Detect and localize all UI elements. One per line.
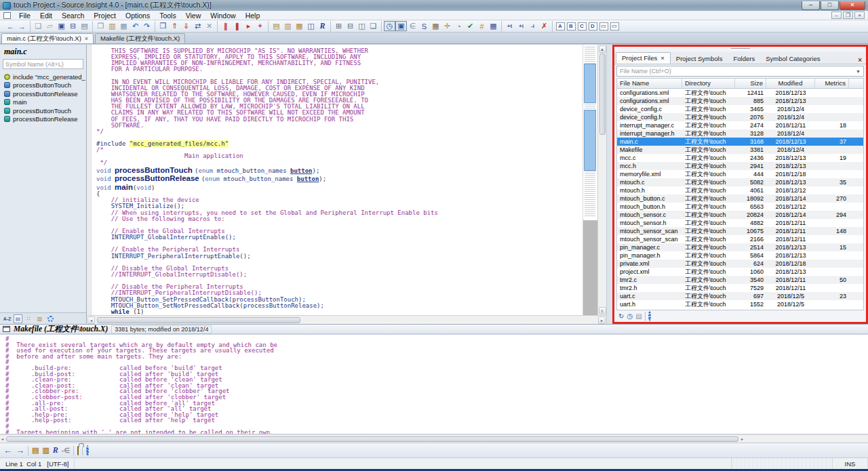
tile-grid-icon[interactable]: ⊞ — [333, 21, 344, 31]
table-row[interactable]: mtouch.h工程文件\touch40612018/12/12 — [617, 186, 863, 194]
panel-tab-project-symbols[interactable]: Project Symbols — [671, 54, 728, 64]
column-header-metrics[interactable]: Metrics — [815, 79, 849, 88]
flag-icon[interactable]: ❚ — [220, 21, 231, 31]
scroll-right-icon[interactable]: ▸ — [598, 316, 606, 324]
editor-minimap[interactable] — [583, 45, 597, 315]
symbol-list-item[interactable]: processButtonTouch — [4, 106, 86, 115]
column-header-file-name[interactable]: File Name — [617, 79, 682, 88]
file-detail-icon[interactable]: ▤ — [635, 312, 642, 320]
remove-symbol-icon[interactable]: ∈ — [407, 21, 418, 31]
table-row[interactable]: mtouch_button.h工程文件\touch65632018/12/12 — [617, 203, 863, 211]
hscroll-thumb[interactable] — [97, 317, 300, 323]
panel-drag-grip[interactable] — [614, 47, 866, 52]
table-row[interactable]: mcc.c工程文件\touch24362018/12/1319 — [617, 154, 863, 162]
menu-view[interactable]: View — [181, 12, 206, 20]
check-in-icon[interactable]: ⇓ — [180, 21, 192, 31]
table-row[interactable]: mtouch.c工程文件\touch50822018/12/1335 — [617, 178, 863, 186]
recent-files-icon[interactable]: ◷ — [627, 312, 633, 320]
table-row[interactable]: mtouch_sensor.h工程文件\touch48822018/12/11 — [617, 219, 863, 227]
bookmark-jump-icon[interactable]: ▸ — [243, 21, 254, 31]
table-row[interactable]: project.xml工程文件\touch10602018/12/13 — [617, 268, 863, 276]
table-row[interactable]: interrupt_manager.h工程文件\touch31282018/12… — [617, 129, 863, 138]
column-header-size[interactable]: Size — [735, 79, 766, 88]
line-remove-icon[interactable]: -i — [527, 21, 538, 31]
reference-icon[interactable]: R — [53, 445, 58, 455]
table-row[interactable]: device_config.h工程文件\touch20762018/12/4 — [617, 113, 863, 121]
grid-header[interactable]: File NameDirectorySizeModifiedMetrics — [617, 79, 863, 89]
tab-main-c[interactable]: main.c (工程文件\touch.X)× — [1, 33, 94, 43]
table-row[interactable]: pin_manager.h工程文件\touch58642018/12/13 — [617, 251, 863, 260]
close-button[interactable]: × — [840, 1, 865, 10]
lock-icon[interactable] — [77, 447, 79, 455]
tab-close-icon[interactable]: × — [660, 54, 665, 62]
bottom-hscroll-thumb[interactable] — [6, 436, 738, 442]
style-c-icon[interactable]: C — [578, 22, 587, 30]
table-row[interactable]: uart.h工程文件\touch15522018/12/5 — [617, 300, 863, 308]
table-row[interactable]: configurations.xml工程文件\touch8852018/12/1… — [617, 97, 863, 105]
delete-lines-icon[interactable]: ✗ — [538, 21, 550, 31]
scroll-right-icon[interactable]: ▸ — [741, 436, 743, 441]
favorites-icon[interactable]: ✦ — [254, 21, 266, 31]
class-view-icon[interactable]: ◫ — [305, 21, 317, 31]
style-b-icon[interactable]: B — [567, 22, 576, 30]
panel-splitter[interactable] — [606, 45, 612, 324]
table-row[interactable]: mtouch_sensor_scan工程文件\touch21662018/12/… — [617, 235, 863, 243]
breakpoint-icon[interactable]: ❚ — [231, 21, 243, 31]
undo-icon[interactable]: ↶ — [130, 21, 141, 31]
editor-vscrollbar[interactable]: ▲ ≡ — [597, 45, 606, 315]
table-row[interactable]: main.c工程文件\touch31682018/12/1337 — [617, 138, 863, 146]
maximize-button[interactable]: □ — [821, 1, 839, 10]
table-row[interactable]: pin_manager.c工程文件\touch25142018/12/1315 — [617, 243, 863, 251]
table-row[interactable]: tmr2.h工程文件\touch75292018/12/11 — [617, 284, 863, 292]
table-row[interactable]: private.xml工程文件\touch6242018/12/18 — [617, 260, 863, 268]
style-doc-1-icon[interactable]: ▭ — [599, 22, 608, 30]
panel-close-icon[interactable]: × — [855, 56, 865, 64]
tile-vertical-icon[interactable]: ◫ — [356, 21, 368, 31]
column-header-directory[interactable]: Directory — [682, 79, 735, 88]
menu-help[interactable]: Help — [241, 12, 265, 20]
clip-win-icon[interactable]: ◔ — [453, 21, 465, 31]
table-view-icon[interactable]: ▦ — [488, 21, 499, 31]
book-view-icon[interactable]: ▥ — [35, 314, 44, 323]
open-book-icon[interactable]: ▥ — [42, 446, 49, 455]
line-add-icon[interactable]: +i — [515, 21, 527, 31]
menu-options[interactable]: Options — [121, 12, 155, 20]
makefile-editor[interactable]: ## There exist several targets which are… — [0, 335, 868, 434]
document-icon[interactable] — [3, 12, 11, 19]
group-view-icon[interactable]: ∷ — [24, 314, 33, 323]
minimize-button[interactable]: – — [802, 1, 820, 10]
compare-files-icon[interactable]: ✕ — [203, 21, 215, 31]
new-file-icon[interactable]: ❏ — [33, 21, 44, 31]
symbol-list-item[interactable]: include "mcc_generated_ — [4, 73, 86, 81]
gear-icon[interactable] — [46, 314, 55, 323]
symbol-list-item[interactable]: main — [4, 98, 86, 107]
scroll-up-icon[interactable]: ▲ — [599, 45, 606, 53]
save-icon[interactable]: ▣ — [56, 21, 67, 31]
draft-view-icon[interactable]: ▣ — [395, 21, 407, 31]
tile-horizontal-icon[interactable]: ⊟ — [344, 21, 356, 31]
copy-icon[interactable]: ❐ — [95, 21, 106, 31]
mdi-close-button[interactable]: × — [854, 12, 865, 19]
gear-icon[interactable] — [648, 312, 651, 320]
tab-close-icon[interactable]: × — [85, 35, 88, 42]
panel-tab-symbol-categories[interactable]: Symbol Categories — [760, 54, 825, 64]
open-book-icon[interactable]: ▦ — [294, 21, 305, 31]
table-row[interactable]: mtouch_sensor_scan工程文件\touch106752018/12… — [617, 227, 863, 235]
table-row[interactable]: mcc.h工程文件\touch29412018/12/13 — [617, 162, 863, 170]
editor-hscrollbar[interactable]: ◂ ▸ — [87, 315, 606, 324]
calendar-icon[interactable]: ▦ — [430, 21, 441, 31]
file-name-combo[interactable]: ▼ — [616, 66, 864, 77]
table-row[interactable]: uart.c工程文件\touch6972018/12/523 — [617, 292, 863, 300]
paste-icon[interactable]: ▥ — [106, 21, 118, 31]
table-row[interactable]: device_config.c工程文件\touch34652018/12/4 — [617, 105, 863, 113]
table-row[interactable]: interrupt_manager.c工程文件\touch24742018/12… — [617, 121, 863, 129]
nav-back-icon[interactable]: ← — [3, 445, 12, 455]
style-doc-2-icon[interactable]: ▭ — [610, 22, 619, 30]
menu-window[interactable]: Window — [205, 12, 240, 20]
table-row[interactable]: memoryfile.xml工程文件\touch4442018/12/18 — [617, 170, 863, 178]
sync-files-icon[interactable]: ⇄ — [192, 21, 203, 31]
open-project-icon[interactable]: ▱ — [44, 21, 56, 31]
style-a-icon[interactable]: A — [556, 22, 565, 30]
browse-project-icon[interactable]: ▤ — [271, 21, 282, 31]
table-row[interactable]: configurations.xml工程文件\touch124112018/12… — [617, 89, 863, 97]
